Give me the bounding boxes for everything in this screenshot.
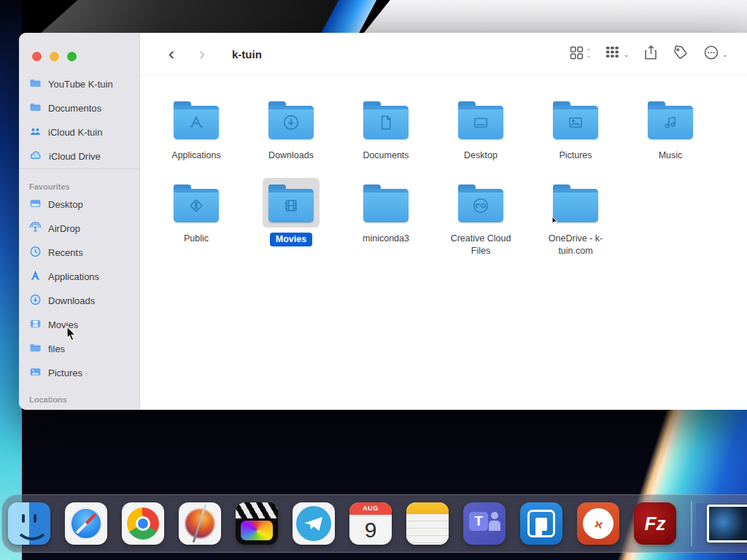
folder-icon-area — [168, 178, 225, 228]
folder-label: Documents — [363, 149, 409, 162]
people-icon — [29, 125, 42, 139]
dock-final-cut-pro-icon[interactable] — [236, 502, 278, 545]
dock-telegram-icon[interactable] — [293, 502, 335, 545]
folder-item-movies[interactable]: Movies — [244, 178, 338, 257]
folder-icon — [268, 106, 314, 139]
folder-label: Desktop — [464, 149, 498, 162]
folder-label: Music — [659, 149, 683, 162]
share-icon[interactable] — [644, 44, 658, 63]
group-by-icon — [605, 46, 620, 62]
folder-item-creative-cloud-files[interactable]: Creative Cloud Files — [433, 178, 528, 257]
folder-item-music[interactable]: Music — [623, 95, 718, 162]
folder-item-desktop[interactable]: Desktop — [433, 95, 528, 162]
folder-icon — [458, 189, 503, 222]
folder-label: miniconda3 — [363, 233, 409, 245]
zoom-button[interactable] — [67, 52, 77, 61]
view-mode-control[interactable]: ⌃ ⌄ — [570, 46, 592, 63]
close-button[interactable] — [32, 52, 42, 61]
sidebar-item-label: Desktop — [48, 199, 83, 210]
icon-view-icon — [570, 46, 584, 63]
dock-minimized-window[interactable] — [707, 505, 747, 542]
sidebar-item-movies[interactable]: Movies — [19, 313, 139, 337]
sidebar-section-label: Favourites — [19, 172, 139, 192]
folder-icon — [29, 77, 42, 91]
mouse-cursor — [66, 326, 79, 346]
folder-grid: ApplicationsDownloadsDocumentsDesktopPic… — [140, 76, 747, 410]
app-store-icon — [29, 270, 42, 284]
finder-toolbar: ‹ › k-tuin ⌃ — [140, 33, 747, 76]
folder-icon-area — [168, 95, 225, 144]
folder-icon-area — [357, 95, 414, 144]
sidebar-item-label: Downloads — [48, 295, 95, 306]
minimize-button[interactable] — [50, 52, 59, 61]
more-options-control[interactable]: ⌄ — [703, 44, 728, 63]
folder-item-onedrive-k-tuin-com[interactable]: OneDrive - k-tuin.com — [528, 178, 623, 257]
folder-icon-area — [263, 178, 320, 228]
pictures-icon — [29, 366, 42, 380]
folder-item-miniconda3[interactable]: miniconda3 — [338, 178, 433, 257]
dock-teams-icon[interactable]: T — [463, 502, 506, 545]
more-options-icon — [703, 44, 719, 63]
finder-window: YouTube K-tuinDocumentosiCloud K-tuiniCl… — [19, 33, 747, 410]
sidebar-item-label: iCloud Drive — [49, 151, 101, 162]
dock-remote-desktop-icon[interactable]: ›‹ — [577, 502, 619, 545]
sidebar-item-label: Recents — [48, 247, 83, 258]
toolbar-actions: ⌃ ⌄ ⌄ — [570, 44, 728, 63]
sidebar-item-pictures[interactable]: Pictures — [19, 361, 139, 385]
folder-item-public[interactable]: Public — [149, 178, 244, 257]
sidebar-list: YouTube K-tuinDocumentosiCloud K-tuiniCl… — [19, 72, 139, 405]
folder-icon-area — [452, 95, 509, 144]
sidebar-item-airdrop[interactable]: AirDrop — [19, 217, 139, 241]
folder-icon-area — [547, 178, 604, 228]
folder-item-documents[interactable]: Documents — [338, 95, 433, 162]
cloud-icon — [29, 149, 42, 163]
sidebar-item-youtube-k-tuin[interactable]: YouTube K-tuin — [19, 72, 139, 96]
folder-item-downloads[interactable]: Downloads — [244, 95, 338, 162]
sidebar-item-label: YouTube K-tuin — [48, 79, 113, 90]
dock-safari-icon[interactable] — [65, 502, 107, 545]
app-glyph — [174, 106, 219, 139]
sidebar-item-icloud-drive[interactable]: iCloud Drive — [19, 144, 139, 168]
document-glyph — [363, 106, 409, 139]
dock-pixelmator-icon[interactable] — [179, 502, 221, 545]
desktop-glyph — [458, 106, 503, 139]
sidebar-item-label: AirDrop — [48, 223, 80, 234]
sidebar-item-icloud-k-tuin[interactable]: iCloud K-tuin — [19, 120, 139, 144]
folder-icon-area — [357, 178, 414, 228]
folder-icon-area — [263, 95, 320, 144]
folder-item-applications[interactable]: Applications — [149, 95, 244, 162]
folder-icon-area — [547, 95, 604, 144]
pictures-glyph — [553, 106, 598, 139]
folder-icon — [363, 189, 409, 222]
dock-finder-icon[interactable] — [8, 502, 50, 545]
forward-button[interactable]: › — [193, 45, 212, 63]
folder-label: Movies — [270, 233, 312, 246]
dock-filezilla-icon[interactable]: Fz — [634, 502, 676, 545]
more-options-chevron: ⌄ — [722, 50, 728, 58]
sidebar-item-applications[interactable]: Applications — [19, 265, 139, 289]
folder-icon — [363, 106, 409, 139]
dock-chrome-icon[interactable] — [122, 502, 164, 545]
sidebar-item-recents[interactable]: Recents — [19, 241, 139, 265]
folder-icon — [174, 106, 219, 139]
window-title: k-tuin — [232, 48, 262, 61]
sidebar-section-label: Locations — [19, 385, 139, 405]
sidebar-item-desktop[interactable]: Desktop — [19, 192, 139, 217]
wallpaper-light-region — [363, 0, 747, 34]
folder-label: Pictures — [559, 149, 592, 162]
dock-notes-icon[interactable] — [406, 502, 449, 545]
folder-item-pictures[interactable]: Pictures — [528, 95, 623, 162]
none-glyph — [363, 189, 409, 222]
group-by-control[interactable]: ⌄ — [605, 46, 629, 62]
desktop-screen: YouTube K-tuinDocumentosiCloud K-tuiniCl… — [0, 0, 747, 560]
tag-icon[interactable] — [673, 44, 689, 63]
sidebar-item-files[interactable]: files — [19, 337, 139, 361]
folder-icon — [553, 189, 598, 222]
sidebar-item-documentos[interactable]: Documentos — [19, 96, 139, 120]
dock-trello-icon[interactable] — [520, 502, 562, 545]
back-button[interactable]: ‹ — [162, 45, 181, 63]
sidebar-item-downloads[interactable]: Downloads — [19, 289, 139, 313]
view-mode-chevrons: ⌃ ⌄ — [587, 50, 592, 59]
dock-calendar-icon[interactable]: AUG9 — [349, 502, 392, 545]
desktop-icon — [29, 198, 42, 211]
